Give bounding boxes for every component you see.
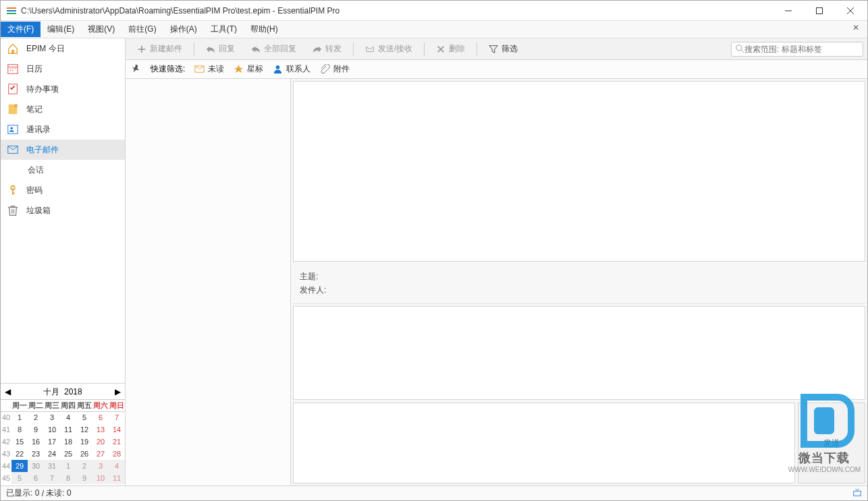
sidebar-item-label: EPIM 今日 bbox=[26, 43, 65, 55]
mail-preview-pane: 主题: 发件人: 发送 bbox=[291, 79, 867, 485]
sidebar-item-5[interactable]: 电子邮件 bbox=[1, 140, 125, 160]
sidebar-item-2[interactable]: 待办事项 bbox=[1, 79, 125, 99]
cal-day[interactable]: 8 bbox=[60, 472, 76, 484]
status-shown: 已显示: 0 bbox=[6, 488, 39, 499]
cal-day[interactable]: 3 bbox=[44, 411, 60, 423]
svg-point-13 bbox=[276, 65, 280, 69]
cal-day[interactable]: 17 bbox=[44, 436, 60, 448]
titlebar: C:\Users\Administrator\AppData\Roaming\E… bbox=[1, 1, 867, 21]
sidebar-item-label: 笔记 bbox=[26, 104, 43, 115]
cal-day[interactable]: 9 bbox=[28, 423, 44, 436]
cal-day[interactable]: 28 bbox=[109, 448, 125, 460]
preview-metadata: 主题: 发件人: bbox=[293, 264, 865, 304]
sidebar-item-3[interactable]: 笔记 bbox=[1, 99, 125, 119]
cal-day[interactable]: 5 bbox=[76, 411, 92, 423]
mail-list-pane[interactable] bbox=[126, 79, 291, 485]
cal-day[interactable]: 29 bbox=[11, 460, 28, 472]
menu-view[interactable]: 视图(V) bbox=[81, 22, 121, 37]
cal-day[interactable]: 10 bbox=[44, 423, 60, 436]
sidebar-item-7[interactable]: 密码 bbox=[1, 180, 125, 200]
filter-button[interactable]: 筛选 bbox=[481, 40, 525, 57]
forward-button[interactable]: 转发 bbox=[305, 40, 349, 57]
menu-goto[interactable]: 前往(G) bbox=[121, 22, 163, 37]
menubar-close-icon[interactable]: ✕ bbox=[848, 23, 863, 32]
cal-day[interactable]: 11 bbox=[109, 472, 125, 484]
sidebar-item-label: 垃圾箱 bbox=[26, 205, 51, 216]
pin-icon[interactable] bbox=[131, 63, 141, 76]
cal-day[interactable]: 3 bbox=[92, 460, 109, 472]
quick-reply-input[interactable] bbox=[293, 403, 795, 483]
cal-day[interactable]: 8 bbox=[11, 423, 28, 436]
svg-rect-0 bbox=[817, 7, 823, 13]
cal-day[interactable]: 20 bbox=[92, 436, 109, 448]
cal-day[interactable]: 26 bbox=[76, 448, 92, 460]
trash-icon bbox=[6, 204, 20, 216]
status-unread: 未读: 0 bbox=[46, 488, 71, 499]
quick-filter-label: 快速筛选: bbox=[151, 63, 185, 75]
cal-day[interactable]: 4 bbox=[109, 460, 125, 472]
maximize-button[interactable] bbox=[804, 1, 835, 21]
calendar-icon bbox=[6, 63, 20, 75]
cal-day[interactable]: 5 bbox=[11, 472, 28, 484]
reply-button[interactable]: 回复 bbox=[198, 40, 242, 57]
cal-day[interactable]: 23 bbox=[28, 448, 44, 460]
cal-day[interactable]: 4 bbox=[60, 411, 76, 423]
menu-help[interactable]: 帮助(H) bbox=[244, 22, 285, 37]
cal-day[interactable]: 6 bbox=[92, 411, 109, 423]
cal-day[interactable]: 7 bbox=[109, 411, 125, 423]
cal-day[interactable]: 12 bbox=[76, 423, 92, 436]
menu-edit[interactable]: 编辑(E) bbox=[40, 22, 81, 37]
cal-day[interactable]: 24 bbox=[44, 448, 60, 460]
filter-attachment[interactable]: 附件 bbox=[320, 63, 350, 75]
cal-day[interactable]: 19 bbox=[76, 436, 92, 448]
menu-action[interactable]: 操作(A) bbox=[163, 22, 204, 37]
home-icon bbox=[6, 42, 20, 55]
reply-all-button[interactable]: 全部回复 bbox=[244, 40, 304, 57]
menu-tools[interactable]: 工具(T) bbox=[204, 22, 244, 37]
new-mail-button[interactable]: 新建邮件 bbox=[130, 40, 190, 57]
cal-day[interactable]: 18 bbox=[60, 436, 76, 448]
cal-day[interactable]: 21 bbox=[109, 436, 125, 448]
close-button[interactable] bbox=[835, 1, 866, 21]
cal-day[interactable]: 11 bbox=[60, 423, 76, 436]
search-box[interactable] bbox=[731, 42, 863, 57]
sidebar-item-1[interactable]: 日历 bbox=[1, 59, 125, 79]
filter-starred[interactable]: 星标 bbox=[234, 63, 263, 75]
sidebar-item-0[interactable]: EPIM 今日 bbox=[1, 38, 125, 59]
cal-day[interactable]: 31 bbox=[44, 460, 60, 472]
cal-day[interactable]: 9 bbox=[76, 472, 92, 484]
filter-unread[interactable]: 未读 bbox=[194, 63, 224, 75]
cal-day[interactable]: 15 bbox=[11, 436, 28, 448]
preview-header-area bbox=[293, 81, 865, 262]
send-button[interactable]: 发送 bbox=[798, 403, 865, 483]
cal-prev-button[interactable]: ◀ bbox=[5, 387, 11, 396]
cal-day[interactable]: 16 bbox=[28, 436, 44, 448]
sidebar-item-4[interactable]: 通讯录 bbox=[1, 119, 125, 140]
minimize-button[interactable] bbox=[773, 1, 804, 21]
cal-day[interactable]: 13 bbox=[92, 423, 109, 436]
sidebar-item-8[interactable]: 垃圾箱 bbox=[1, 200, 125, 220]
cal-day[interactable]: 10 bbox=[92, 472, 109, 484]
cal-day[interactable]: 27 bbox=[92, 448, 109, 460]
sidebar-item-label: 日历 bbox=[26, 63, 43, 75]
cal-day[interactable]: 2 bbox=[28, 411, 44, 423]
search-input[interactable] bbox=[744, 45, 859, 54]
cal-day[interactable]: 6 bbox=[28, 472, 44, 484]
cal-day[interactable]: 1 bbox=[11, 411, 28, 423]
cal-day[interactable]: 22 bbox=[11, 448, 28, 460]
mini-calendar: ◀ 十月 2018 ▶ 周一周二周三周四周五周六周日40123456741891… bbox=[1, 383, 125, 486]
cal-day[interactable]: 14 bbox=[109, 423, 125, 436]
sidebar-item-6[interactable]: 会话 bbox=[1, 160, 125, 180]
content-area: 新建邮件 回复 全部回复 转发 发送/接收 删除 筛选 快速筛选: 未读 星标 … bbox=[126, 38, 867, 485]
sync-icon[interactable] bbox=[852, 488, 862, 499]
delete-button[interactable]: 删除 bbox=[429, 40, 472, 57]
filter-contact[interactable]: 联系人 bbox=[273, 63, 310, 75]
cal-day[interactable]: 7 bbox=[44, 472, 60, 484]
menu-file[interactable]: 文件(F) bbox=[1, 22, 40, 37]
cal-day[interactable]: 25 bbox=[60, 448, 76, 460]
cal-next-button[interactable]: ▶ bbox=[115, 387, 121, 396]
cal-day[interactable]: 2 bbox=[76, 460, 92, 472]
cal-day[interactable]: 30 bbox=[28, 460, 44, 472]
send-receive-button[interactable]: 发送/接收 bbox=[358, 40, 420, 57]
cal-day[interactable]: 1 bbox=[60, 460, 76, 472]
